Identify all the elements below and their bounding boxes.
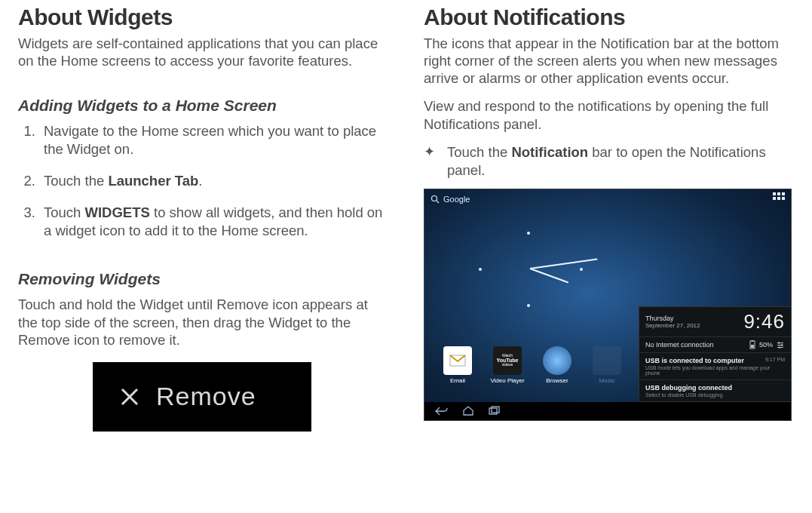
notification-header: Thursday September 27, 2012 9:46 (639, 307, 791, 337)
notification-bullet: ✦ Touch the Notification bar to open the… (424, 143, 792, 180)
tablet-screenshot: Google Email Watch YouTube (424, 189, 792, 421)
app-video-player[interactable]: Watch YouTube videos Video Player (489, 346, 526, 399)
svg-line-3 (437, 201, 439, 203)
svg-rect-6 (751, 340, 753, 342)
notification-usb-debugging[interactable]: USB debugging connected Select to disabl… (639, 380, 791, 401)
star-icon: ✦ (424, 143, 435, 180)
removing-widgets-heading: Removing Widgets (18, 270, 386, 288)
battery-icon (749, 340, 756, 349)
remove-x-icon (118, 386, 141, 408)
svg-rect-7 (751, 345, 754, 348)
remove-bar-screenshot: Remove (93, 362, 311, 432)
svg-point-11 (778, 342, 780, 343)
notifications-p2: View and respond to the notifications by… (424, 97, 792, 132)
svg-point-13 (779, 346, 780, 348)
app-drawer-button[interactable] (773, 192, 786, 206)
svg-point-12 (781, 344, 783, 346)
notification-usb-connected[interactable]: USB is connected to computer9:17 PM USB … (639, 353, 791, 380)
adding-widgets-steps: Navigate to the Home screen which you wa… (18, 122, 386, 253)
app-browser[interactable]: Browser (539, 346, 575, 399)
search-label: Google (443, 195, 470, 204)
svg-rect-14 (489, 408, 497, 414)
step-1: Navigate to the Home screen which you wa… (39, 122, 386, 158)
step-3: Touch WIDGETS to show all widgets, and t… (39, 204, 386, 240)
step-2: Touch the Launcher Tab. (39, 172, 386, 190)
back-button[interactable] (435, 406, 449, 416)
removing-widgets-body: Touch and hold the Widget until Remove i… (18, 296, 386, 348)
app-email[interactable]: Email (440, 346, 476, 399)
widgets-intro: Widgets are self-contained applications … (18, 35, 386, 69)
settings-icon[interactable] (776, 340, 785, 349)
adding-widgets-heading: Adding Widgets to a Home Screen (18, 97, 386, 115)
right-column: About Notifications The icons that appea… (424, 5, 792, 508)
svg-point-2 (432, 195, 437, 201)
shade-date: September 27, 2012 (645, 322, 700, 329)
system-nav-bar (424, 402, 791, 420)
search-bar[interactable]: Google (424, 189, 470, 209)
app-music[interactable]: Music (589, 346, 625, 399)
shade-day-of-week: Thursday (645, 315, 700, 322)
no-internet-label: No Internet connection (645, 341, 714, 349)
shade-time: 9:46 (743, 310, 785, 333)
search-icon (431, 195, 440, 204)
about-notifications-heading: About Notifications (424, 5, 792, 30)
battery-percent: 50% (759, 341, 773, 349)
notifications-p1: The icons that appear in the Notificatio… (424, 35, 792, 87)
remove-bar-label: Remove (156, 382, 256, 411)
connectivity-row[interactable]: No Internet connection 50% (639, 337, 791, 353)
home-button[interactable] (462, 406, 474, 416)
recent-apps-button[interactable] (488, 406, 500, 416)
notification-panel[interactable]: Thursday September 27, 2012 9:46 No Inte… (639, 306, 791, 402)
analog-clock-widget[interactable] (424, 215, 640, 328)
svg-rect-15 (492, 407, 499, 413)
about-widgets-heading: About Widgets (18, 5, 386, 30)
left-column: About Widgets Widgets are self-contained… (18, 5, 386, 508)
